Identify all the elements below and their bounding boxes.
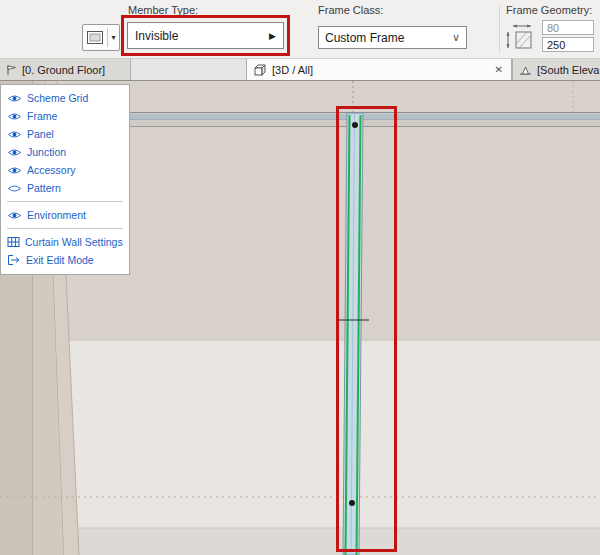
tab-label: [3D / All] xyxy=(272,64,313,76)
curtain-wall-edit-palette: Scheme Grid Frame Panel Junction Accesso… xyxy=(0,84,130,275)
palette-item-label: Curtain Wall Settings xyxy=(25,236,123,248)
selection-handle-top[interactable] xyxy=(352,122,358,128)
toolbar-separator xyxy=(499,5,500,53)
palette-item-junction[interactable]: Junction xyxy=(1,143,129,161)
eye-icon xyxy=(7,165,22,176)
settings-grid-icon xyxy=(7,236,20,248)
eye-icon xyxy=(7,129,22,140)
member-type-value: Invisible xyxy=(135,29,178,43)
dropdown-arrow-icon: ▾ xyxy=(108,33,119,42)
frame-geometry-icon xyxy=(504,22,538,52)
frame-class-label: Frame Class: xyxy=(318,4,383,16)
eye-icon xyxy=(7,111,22,122)
eye-icon xyxy=(7,93,22,104)
palette-item-label: Scheme Grid xyxy=(27,92,88,104)
chevron-down-icon: ∨ xyxy=(446,31,466,44)
elevation-icon xyxy=(519,64,532,76)
panel-icon xyxy=(83,30,107,45)
panel-type-button[interactable]: ▾ xyxy=(82,24,120,51)
tab-label: [South Eleva xyxy=(537,64,599,76)
frame-height-field[interactable] xyxy=(542,37,594,52)
frame-geometry-label: Frame Geometry: xyxy=(506,4,592,16)
palette-item-label: Accessory xyxy=(27,164,75,176)
frame-class-value: Custom Frame xyxy=(325,31,404,45)
tab-label: [0. Ground Floor] xyxy=(22,64,105,76)
palette-separator xyxy=(7,228,123,229)
palette-item-label: Pattern xyxy=(27,182,61,194)
palette-item-pattern[interactable]: Pattern xyxy=(1,179,129,197)
palette-item-environment[interactable]: Environment xyxy=(1,206,129,224)
palette-item-panel[interactable]: Panel xyxy=(1,125,129,143)
floor-surface xyxy=(0,340,600,555)
member-type-dropdown[interactable]: Invisible ▶ xyxy=(127,22,284,49)
toolbar: ▾ Member Type: Invisible ▶ Frame Class: … xyxy=(0,0,600,59)
frame-width-field[interactable] xyxy=(542,20,594,35)
eye-icon xyxy=(7,210,22,221)
tab-ground-floor[interactable]: [0. Ground Floor] xyxy=(0,59,131,80)
palette-item-label: Junction xyxy=(27,146,66,158)
3d-view-icon xyxy=(253,64,267,76)
palette-item-accessory[interactable]: Accessory xyxy=(1,161,129,179)
eye-closed-icon xyxy=(7,183,22,194)
floor-plan-icon xyxy=(6,64,17,76)
palette-item-curtain-wall-settings[interactable]: Curtain Wall Settings xyxy=(1,233,129,251)
popup-arrow-icon: ▶ xyxy=(269,31,276,41)
palette-item-exit-edit-mode[interactable]: Exit Edit Mode xyxy=(1,251,129,269)
tab-bar: [0. Ground Floor] [3D / All] ✕ [South El… xyxy=(0,59,600,81)
tab-south-elevation[interactable]: [South Eleva xyxy=(512,59,600,80)
tab-3d-all[interactable]: [3D / All] ✕ xyxy=(246,59,512,80)
palette-item-label: Frame xyxy=(27,110,57,122)
palette-separator xyxy=(7,201,123,202)
palette-item-scheme-grid[interactable]: Scheme Grid xyxy=(1,89,129,107)
selection-handle-bottom[interactable] xyxy=(349,500,355,506)
exit-icon xyxy=(7,254,21,266)
palette-item-label: Panel xyxy=(27,128,54,140)
eye-icon xyxy=(7,147,22,158)
palette-item-label: Environment xyxy=(27,209,86,221)
palette-item-label: Exit Edit Mode xyxy=(26,254,94,266)
palette-item-frame[interactable]: Frame xyxy=(1,107,129,125)
close-tab-icon[interactable]: ✕ xyxy=(493,64,505,75)
frame-class-dropdown[interactable]: Custom Frame ∨ xyxy=(318,26,467,49)
member-type-label: Member Type: xyxy=(128,4,198,16)
